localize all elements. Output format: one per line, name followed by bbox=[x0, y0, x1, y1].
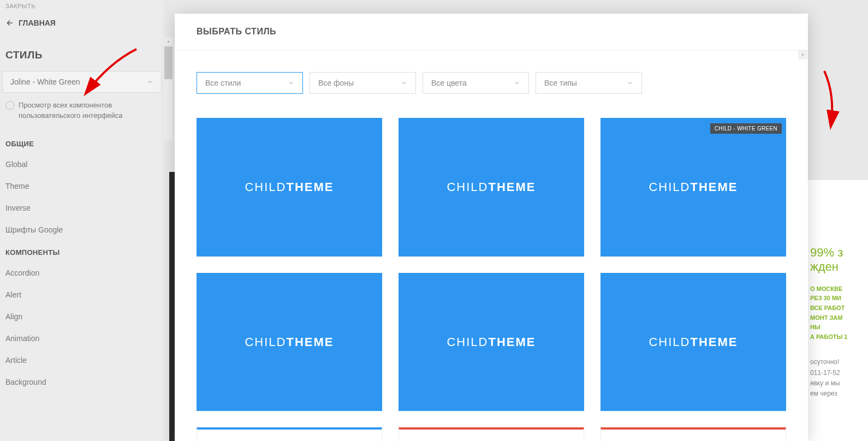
filter-select[interactable]: Все стили bbox=[197, 72, 303, 94]
scroll-up-button[interactable] bbox=[798, 50, 807, 59]
back-label: ГЛАВНАЯ bbox=[19, 19, 56, 27]
nav-item[interactable]: Article bbox=[0, 349, 164, 371]
nav-item[interactable]: Background bbox=[0, 371, 164, 393]
theme-card-label: CHILDTHEME bbox=[245, 180, 334, 194]
theme-card[interactable]: CHILDTHEME bbox=[197, 273, 382, 412]
theme-card-label: CHILDTHEME bbox=[447, 335, 536, 349]
chevron-up-icon bbox=[800, 52, 805, 57]
nav-group-header: ОБЩИЕ bbox=[0, 132, 164, 153]
text: ем через bbox=[810, 389, 868, 399]
theme-card[interactable] bbox=[197, 427, 382, 441]
theme-card[interactable]: CHILDTHEME bbox=[399, 273, 584, 412]
preview-all-toggle[interactable]: Просмотр всех компонентов пользовательск… bbox=[0, 100, 164, 132]
filter-select[interactable]: Все типы bbox=[536, 72, 642, 94]
nav-group-header: КОМПОНЕНТЫ bbox=[0, 241, 164, 262]
theme-card-label: CHILDTHEME bbox=[245, 335, 334, 349]
chevron-down-icon bbox=[288, 80, 294, 86]
chevron-down-icon bbox=[401, 80, 407, 86]
text: НЫ bbox=[810, 323, 868, 332]
chevron-down-icon bbox=[627, 80, 633, 86]
text: ВСЕ РАБОТ bbox=[810, 303, 868, 313]
theme-card[interactable]: CHILDTHEME bbox=[399, 118, 584, 257]
theme-card-label: CHILDTHEME bbox=[649, 335, 738, 349]
back-button[interactable]: ГЛАВНАЯ bbox=[0, 12, 164, 34]
section-title: СТИЛЬ bbox=[0, 34, 164, 71]
nav-item[interactable]: Align bbox=[0, 306, 164, 327]
nav-item[interactable]: Alert bbox=[0, 284, 164, 306]
theme-card[interactable]: CHILDTHEMECHILD - WHITE GREEN bbox=[601, 118, 786, 257]
theme-badge: CHILD - WHITE GREEN bbox=[710, 123, 782, 134]
text: МОНТ ЗАМ bbox=[810, 313, 868, 323]
nav-item[interactable]: Theme bbox=[0, 175, 164, 197]
text: жден bbox=[810, 260, 868, 274]
filter-row: Все стилиВсе фоныВсе цветаВсе типы bbox=[197, 72, 786, 94]
modal-body[interactable]: Все стилиВсе фоныВсе цветаВсе типы CHILD… bbox=[175, 50, 808, 441]
nav-item[interactable]: Шрифты Google bbox=[0, 219, 164, 241]
partial-page-content: 99% з жден О МОСКВЕРЕЗ 30 МИВСЕ РАБОТМОН… bbox=[808, 180, 868, 441]
preview-all-label: Просмотр всех компонентов пользовательск… bbox=[19, 100, 158, 121]
theme-grid: CHILDTHEMECHILDTHEMECHILDTHEMECHILD - WH… bbox=[197, 118, 786, 441]
arrow-left-icon bbox=[5, 19, 14, 27]
text: О МОСКВЕ bbox=[810, 284, 868, 294]
text: 99% з bbox=[810, 246, 868, 260]
nav-item[interactable]: Global bbox=[0, 153, 164, 175]
filter-select[interactable]: Все фоны bbox=[310, 72, 416, 94]
text: РЕЗ 30 МИ bbox=[810, 294, 868, 303]
theme-card[interactable]: CHILDTHEME bbox=[197, 118, 382, 257]
theme-card[interactable] bbox=[399, 427, 584, 441]
filter-label: Все типы bbox=[544, 79, 577, 87]
text: явку и мы bbox=[810, 378, 868, 389]
text: осуточно! bbox=[810, 357, 868, 367]
theme-card[interactable] bbox=[601, 427, 786, 441]
text: 011-17-52 bbox=[810, 368, 868, 378]
text: А РАБОТЫ 1 bbox=[810, 332, 868, 342]
theme-card-label: CHILDTHEME bbox=[649, 180, 738, 194]
nav-item[interactable]: Animation bbox=[0, 327, 164, 349]
filter-label: Все стили bbox=[205, 79, 241, 87]
style-dropdown[interactable]: Joline - White Green bbox=[2, 71, 162, 93]
theme-card-label: CHILDTHEME bbox=[447, 180, 536, 194]
radio-icon bbox=[5, 101, 14, 110]
sidebar: ЗАКРЫТЬ ГЛАВНАЯ СТИЛЬ Joline - White Gre… bbox=[0, 0, 164, 441]
filter-label: Все фоны bbox=[318, 79, 354, 87]
theme-card[interactable]: CHILDTHEME bbox=[601, 273, 786, 412]
chevron-down-icon bbox=[514, 80, 520, 86]
close-label[interactable]: ЗАКРЫТЬ bbox=[0, 0, 164, 12]
filter-select[interactable]: Все цвета bbox=[423, 72, 529, 94]
nav-item[interactable]: Accordion bbox=[0, 262, 164, 284]
filter-label: Все цвета bbox=[431, 79, 467, 87]
modal-title: ВЫБРАТЬ СТИЛЬ bbox=[175, 14, 808, 50]
nav-item[interactable]: Inverse bbox=[0, 197, 164, 219]
style-dropdown-value: Joline - White Green bbox=[10, 78, 80, 86]
style-picker-modal: ВЫБРАТЬ СТИЛЬ Все стилиВсе фоныВсе цвета… bbox=[175, 14, 808, 441]
outer-scrollbar[interactable] bbox=[164, 37, 173, 140]
chevron-down-icon bbox=[147, 79, 153, 85]
